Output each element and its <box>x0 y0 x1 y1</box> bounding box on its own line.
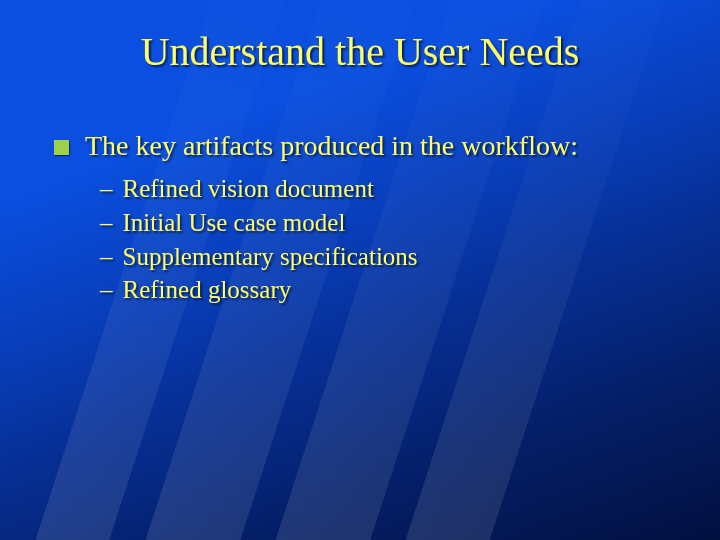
slide: Understand the User Needs The key artifa… <box>0 0 720 540</box>
dash-icon: – <box>100 172 113 206</box>
sub-bullet: – Initial Use case model <box>100 206 680 240</box>
dash-icon: – <box>100 240 113 274</box>
square-bullet-icon <box>54 140 69 155</box>
sub-bullet: – Supplementary specifications <box>100 240 680 274</box>
bullet-level1: The key artifacts produced in the workfl… <box>54 130 680 162</box>
sub-bullet: – Refined vision document <box>100 172 680 206</box>
sub-bullet-text: Refined glossary <box>123 273 292 307</box>
sub-bullet-text: Refined vision document <box>123 172 374 206</box>
sub-bullets: – Refined vision document – Initial Use … <box>100 172 680 307</box>
bullet-text: The key artifacts produced in the workfl… <box>85 130 578 162</box>
sub-bullet-text: Supplementary specifications <box>123 240 418 274</box>
dash-icon: – <box>100 206 113 240</box>
slide-title: Understand the User Needs <box>0 28 720 75</box>
slide-body: The key artifacts produced in the workfl… <box>54 130 680 307</box>
dash-icon: – <box>100 273 113 307</box>
sub-bullet-text: Initial Use case model <box>123 206 346 240</box>
sub-bullet: – Refined glossary <box>100 273 680 307</box>
